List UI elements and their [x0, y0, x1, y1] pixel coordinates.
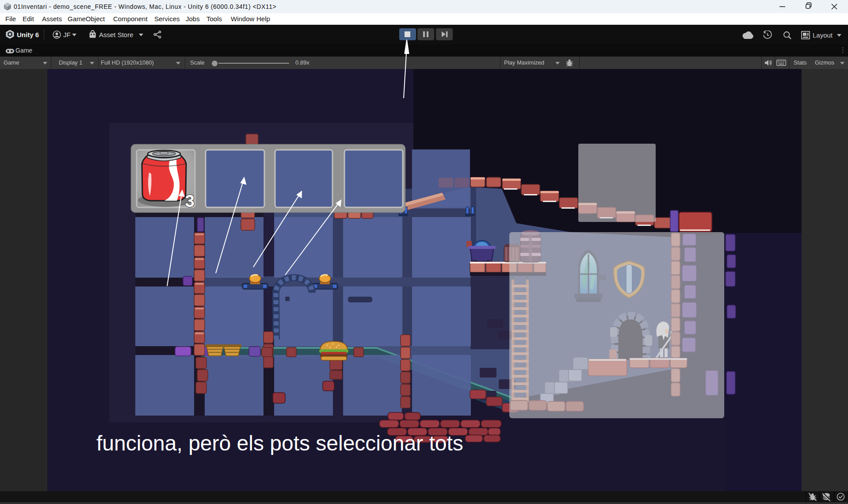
svg-text:3: 3: [185, 192, 195, 210]
